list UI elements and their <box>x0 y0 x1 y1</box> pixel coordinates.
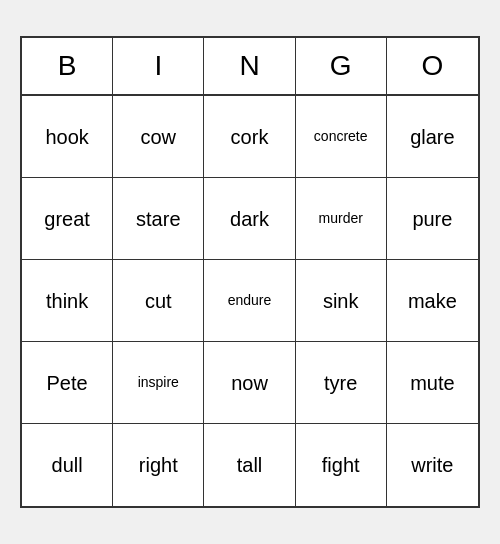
header-letter-i: I <box>113 38 204 94</box>
bingo-grid: hookcowcorkconcreteglaregreatstaredarkmu… <box>22 96 478 506</box>
bingo-cell-r1-c3: murder <box>296 178 387 260</box>
cell-text-r4-c0: dull <box>52 453 83 477</box>
cell-text-r3-c3: tyre <box>324 371 357 395</box>
bingo-cell-r4-c1: right <box>113 424 204 506</box>
cell-text-r0-c1: cow <box>141 125 177 149</box>
bingo-cell-r3-c0: Pete <box>22 342 113 424</box>
cell-text-r2-c1: cut <box>145 289 172 313</box>
header-letter-o: O <box>387 38 478 94</box>
bingo-cell-r2-c3: sink <box>296 260 387 342</box>
cell-text-r2-c3: sink <box>323 289 359 313</box>
cell-text-r0-c3: concrete <box>314 128 368 145</box>
cell-text-r1-c2: dark <box>230 207 269 231</box>
cell-text-r1-c4: pure <box>412 207 452 231</box>
cell-text-r3-c0: Pete <box>47 371 88 395</box>
bingo-cell-r3-c2: now <box>204 342 295 424</box>
cell-text-r2-c0: think <box>46 289 88 313</box>
bingo-cell-r2-c4: make <box>387 260 478 342</box>
bingo-cell-r0-c1: cow <box>113 96 204 178</box>
bingo-card: BINGO hookcowcorkconcreteglaregreatstare… <box>20 36 480 508</box>
bingo-cell-r4-c2: tall <box>204 424 295 506</box>
bingo-cell-r2-c1: cut <box>113 260 204 342</box>
cell-text-r4-c2: tall <box>237 453 263 477</box>
bingo-cell-r1-c0: great <box>22 178 113 260</box>
bingo-cell-r1-c2: dark <box>204 178 295 260</box>
bingo-header: BINGO <box>22 38 478 96</box>
bingo-cell-r0-c4: glare <box>387 96 478 178</box>
bingo-cell-r0-c3: concrete <box>296 96 387 178</box>
header-letter-n: N <box>204 38 295 94</box>
bingo-cell-r3-c1: inspire <box>113 342 204 424</box>
cell-text-r1-c3: murder <box>319 210 363 227</box>
bingo-cell-r0-c0: hook <box>22 96 113 178</box>
cell-text-r3-c4: mute <box>410 371 454 395</box>
bingo-cell-r3-c3: tyre <box>296 342 387 424</box>
bingo-cell-r0-c2: cork <box>204 96 295 178</box>
cell-text-r0-c4: glare <box>410 125 454 149</box>
cell-text-r2-c2: endure <box>228 292 272 309</box>
cell-text-r1-c0: great <box>44 207 90 231</box>
header-letter-b: B <box>22 38 113 94</box>
bingo-cell-r2-c2: endure <box>204 260 295 342</box>
cell-text-r0-c0: hook <box>45 125 88 149</box>
cell-text-r4-c3: fight <box>322 453 360 477</box>
cell-text-r4-c4: write <box>411 453 453 477</box>
cell-text-r4-c1: right <box>139 453 178 477</box>
bingo-cell-r4-c3: fight <box>296 424 387 506</box>
bingo-cell-r3-c4: mute <box>387 342 478 424</box>
cell-text-r3-c2: now <box>231 371 268 395</box>
header-letter-g: G <box>296 38 387 94</box>
cell-text-r1-c1: stare <box>136 207 180 231</box>
cell-text-r3-c1: inspire <box>138 374 179 391</box>
bingo-cell-r1-c1: stare <box>113 178 204 260</box>
cell-text-r2-c4: make <box>408 289 457 313</box>
bingo-cell-r4-c0: dull <box>22 424 113 506</box>
bingo-cell-r2-c0: think <box>22 260 113 342</box>
cell-text-r0-c2: cork <box>231 125 269 149</box>
bingo-cell-r1-c4: pure <box>387 178 478 260</box>
bingo-cell-r4-c4: write <box>387 424 478 506</box>
